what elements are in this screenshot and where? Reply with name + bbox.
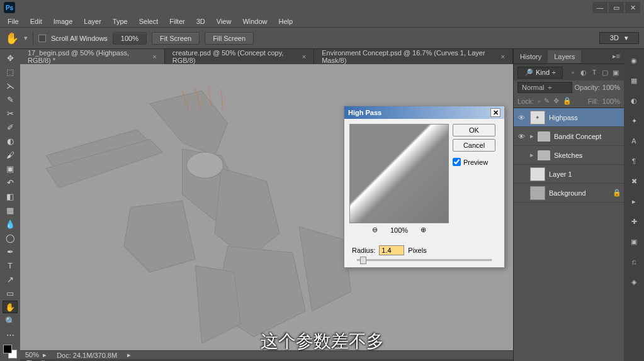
dodge-tool[interactable]: ◯ [3,231,18,244]
visibility-icon[interactable]: 👁 [516,114,526,121]
eyedropper-tool[interactable]: ✐ [3,121,18,133]
layer-bandit-concept[interactable]: 👁 ▸ Bandit Concept [514,127,624,146]
layer-background[interactable]: Background 🔒 [514,184,624,203]
color-panel-icon[interactable]: ◉ [628,54,640,67]
lock-all-icon[interactable]: 🔒 [563,97,572,105]
tab-3-close[interactable]: × [501,53,505,60]
status-arrow-icon[interactable]: ▸ [127,351,131,359]
channels-panel-icon[interactable]: ⎌ [628,255,640,268]
dialog-close-button[interactable]: ✕ [490,108,500,117]
menu-select[interactable]: Select [134,16,164,26]
character-panel-icon[interactable]: A [628,135,640,147]
stamp-tool[interactable]: ▣ [3,162,18,175]
paragraph-panel-icon[interactable]: ¶ [628,155,640,167]
hand-tool-icon[interactable]: ✋ [5,31,19,45]
blur-tool[interactable]: 💧 [3,218,18,230]
expand-icon[interactable]: ▸ [530,132,534,140]
eraser-tool[interactable]: ◧ [3,190,18,203]
3d-mode-select[interactable]: 3D ▾ [599,32,639,44]
swatches-panel-icon[interactable]: ▦ [628,74,640,87]
dialog-titlebar[interactable]: High Pass ✕ [344,106,504,119]
tool-dropdown-icon[interactable]: ▾ [24,34,28,42]
tab-2-close[interactable]: × [302,53,306,60]
visibility-icon[interactable]: 👁 [516,133,526,140]
menu-view[interactable]: View [212,16,237,26]
styles-panel-icon[interactable]: ✦ [628,114,640,127]
brush-tool[interactable]: 🖌 [3,148,18,161]
heal-tool[interactable]: ◐ [3,135,18,147]
layer-sketches[interactable]: ▸ Sketches [514,146,624,165]
history-brush-tool[interactable]: ↶ [3,176,18,189]
lock-brush-icon[interactable]: ✎ [544,97,550,105]
radius-slider[interactable] [357,259,492,261]
preview-checkbox[interactable] [453,158,461,166]
maximize-button[interactable]: ▭ [609,2,624,13]
history-tab[interactable]: History [514,50,548,63]
zoom-in-icon[interactable]: ⊕ [421,226,426,234]
menu-help[interactable]: Help [274,16,298,26]
quick-select-tool[interactable]: ✎ [3,93,18,106]
panel-menu-icon[interactable]: ▸≡ [609,52,624,60]
status-zoom[interactable]: 50% ▸ [25,351,47,359]
tab-1-close[interactable]: × [152,53,156,60]
opacity-value[interactable]: 100% [602,84,620,91]
menu-file[interactable]: File [3,16,24,26]
menu-3d[interactable]: 3D [191,16,210,26]
crop-tool[interactable]: ✂ [3,107,18,119]
menu-window[interactable]: Window [237,16,272,26]
layer-layer1[interactable]: Layer 1 [514,165,624,184]
status-doc-size: Doc: 24.1M/370.8M [57,352,117,359]
navigator-panel-icon[interactable]: ▣ [628,235,640,248]
pen-tool[interactable]: ✒ [3,245,18,258]
properties-panel-icon[interactable]: ✖ [628,175,640,187]
gradient-tool[interactable]: ▦ [3,204,18,216]
menu-image[interactable]: Image [48,16,78,26]
lock-pixels-icon[interactable]: ▫ [538,97,540,105]
layers-tab[interactable]: Layers [548,50,581,63]
tab-3[interactable]: Environment Concept.psd @ 16.7% (Curves … [314,49,513,64]
fill-value[interactable]: 100% [602,97,620,105]
blend-mode-select[interactable]: Normal ÷ [517,82,572,93]
zoom-level-button[interactable]: 100% [113,32,147,45]
hand-tool[interactable]: ✋ [3,301,18,313]
menu-type[interactable]: Type [108,16,133,26]
slider-thumb[interactable] [360,257,366,264]
radius-input[interactable]: 1.4 [379,245,404,255]
shape-tool[interactable]: ▭ [3,287,18,299]
paths-panel-icon[interactable]: ◈ [628,275,640,288]
scroll-all-checkbox[interactable] [38,35,46,42]
info-panel-icon[interactable]: ✚ [628,215,640,228]
filter-adjust-icon[interactable]: ◐ [579,69,588,77]
zoom-tool[interactable]: 🔍 [3,314,18,327]
menu-filter[interactable]: Filter [164,16,189,26]
edit-toolbar[interactable]: ⋯ [3,328,18,341]
dialog-preview[interactable] [349,124,449,223]
expand-icon[interactable]: ▸ [530,151,534,159]
filter-pixel-icon[interactable]: ▫ [568,69,577,77]
marquee-tool[interactable]: ⬚ [3,65,18,78]
tab-2[interactable]: creature.psd @ 50% (Concept copy, RGB/8)… [165,49,314,64]
actions-panel-icon[interactable]: ▸ [628,195,640,208]
minimize-button[interactable]: — [592,2,607,13]
fill-screen-button[interactable]: Fill Screen [205,32,254,45]
lasso-tool[interactable]: ⋋ [3,79,18,92]
type-tool[interactable]: T [3,259,18,272]
path-tool[interactable]: ↗ [3,273,18,286]
move-tool[interactable]: ✥ [3,52,18,64]
layer-highpass[interactable]: 👁 ✦ Highpass [514,108,624,127]
filter-smart-icon[interactable]: ▣ [611,69,620,77]
adjustments-panel-icon[interactable]: ◐ [628,94,640,107]
lock-position-icon[interactable]: ✥ [553,97,559,105]
fit-screen-button[interactable]: Fit Screen [152,32,200,45]
menu-edit[interactable]: Edit [25,16,47,26]
filter-kind-select[interactable]: 🔎 Kind ÷ [517,67,563,79]
filter-shape-icon[interactable]: ▢ [601,69,609,77]
cancel-button[interactable]: Cancel [453,139,495,152]
tab-1[interactable]: 17_begin.psd @ 50% (Highpass, RGB/8) *× [20,49,165,64]
menu-layer[interactable]: Layer [79,16,106,26]
ok-button[interactable]: OK [453,124,495,136]
color-swatch[interactable] [3,345,17,358]
close-button[interactable]: ✕ [625,2,640,13]
filter-type-icon[interactable]: T [590,69,599,77]
zoom-out-icon[interactable]: ⊖ [372,226,378,234]
